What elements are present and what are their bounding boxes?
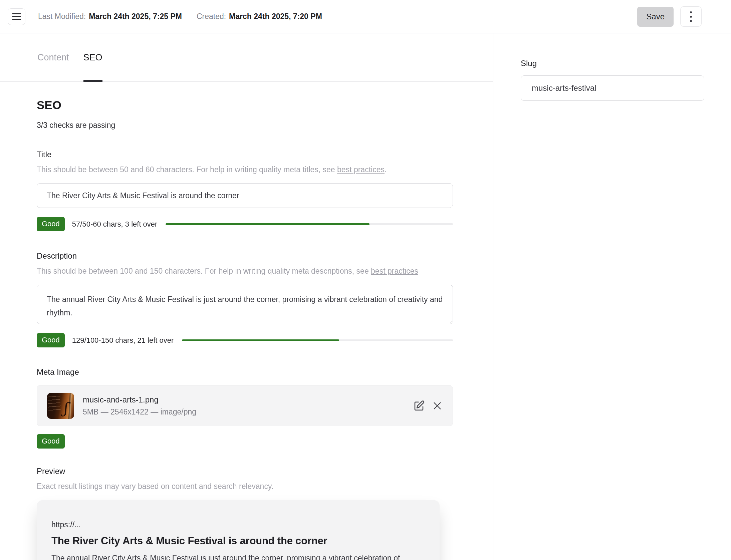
page-title: SEO	[37, 98, 453, 112]
description-field-help: This should be between 100 and 150 chara…	[37, 264, 453, 278]
more-options-button[interactable]	[680, 6, 702, 27]
violin-fhole: ʃ	[63, 399, 67, 416]
meta-image-label: Meta Image	[37, 367, 453, 377]
slug-label: Slug	[521, 59, 704, 68]
slug-input[interactable]	[521, 75, 704, 101]
remove-image-button[interactable]	[432, 400, 443, 411]
meta-image-check-row: Good	[37, 434, 453, 449]
description-char-counter: 129/100-150 chars, 21 left over	[72, 336, 174, 345]
tab-seo-label: SEO	[83, 52, 102, 63]
seo-section: SEO 3/3 checks are passing Title This sh…	[0, 82, 493, 560]
main-panel: Content SEO SEO 3/3 checks are passing T…	[0, 33, 493, 560]
edit-icon	[413, 400, 425, 412]
created-value: March 24th 2025, 7:20 PM	[229, 12, 322, 21]
preview-label: Preview	[37, 467, 453, 476]
description-check-row: Good 129/100-150 chars, 21 left over	[37, 333, 453, 347]
kebab-icon	[690, 11, 692, 22]
title-char-counter: 57/50-60 chars, 3 left over	[72, 220, 158, 229]
title-status-badge: Good	[37, 217, 65, 231]
last-modified-value: March 24th 2025, 7:25 PM	[89, 12, 182, 21]
meta-title-input[interactable]	[37, 183, 453, 208]
save-button[interactable]: Save	[637, 7, 674, 27]
description-help-text: This should be between 100 and 150 chara…	[37, 267, 369, 275]
title-check-row: Good 57/50-60 chars, 3 left over	[37, 217, 453, 231]
description-field-label: Description	[37, 251, 453, 261]
document-dates: Last Modified: March 24th 2025, 7:25 PM …	[38, 12, 322, 21]
checks-status: 3/3 checks are passing	[37, 121, 453, 130]
meta-image-status-badge: Good	[37, 434, 65, 449]
preview-title: The River City Arts & Music Festival is …	[51, 535, 425, 547]
tab-seo[interactable]: SEO	[83, 33, 102, 81]
page: Last Modified: March 24th 2025, 7:25 PM …	[0, 0, 731, 560]
title-progress-bar	[166, 223, 453, 225]
created: Created: March 24th 2025, 7:20 PM	[197, 12, 322, 21]
meta-image-thumbnail: ʃ	[47, 393, 74, 419]
top-bar: Last Modified: March 24th 2025, 7:25 PM …	[0, 0, 731, 33]
created-label: Created:	[197, 12, 226, 21]
last-modified-label: Last Modified:	[38, 12, 86, 21]
active-tab-underline	[83, 80, 102, 82]
title-best-practices-link[interactable]: best practices	[337, 165, 385, 174]
meta-description-textarea[interactable]: The annual River City Arts & Music Festi…	[37, 285, 453, 324]
file-details: music-and-arts-1.png 5MB — 2546x1422 — i…	[83, 395, 196, 416]
title-field-label: Title	[37, 150, 453, 159]
description-status-badge: Good	[37, 333, 65, 347]
title-help-suffix: .	[385, 165, 387, 174]
file-name: music-and-arts-1.png	[83, 395, 196, 404]
description-best-practices-link[interactable]: best practices	[371, 267, 418, 275]
meta-image-card: ʃ music-and-arts-1.png 5MB — 2546x1422 —…	[37, 385, 453, 426]
preview-description: The annual River City Arts & Music Festi…	[51, 551, 415, 560]
file-info: 5MB — 2546x1422 — image/png	[83, 407, 196, 416]
preview-url: https://...	[51, 520, 425, 529]
description-progress-fill	[182, 339, 339, 341]
meta-image-actions	[413, 400, 443, 412]
title-field-help: This should be between 50 and 60 charact…	[37, 163, 453, 176]
edit-image-button[interactable]	[413, 400, 425, 412]
search-result-preview-card: https://... The River City Arts & Music …	[37, 500, 440, 560]
hamburger-menu-button[interactable]	[8, 8, 25, 25]
tab-content-label: Content	[37, 52, 69, 63]
tab-bar: Content SEO	[0, 33, 493, 82]
preview-help: Exact result listings may vary based on …	[37, 480, 453, 493]
violin-string-highlight	[68, 393, 71, 419]
tab-content[interactable]: Content	[37, 33, 69, 81]
title-help-text: This should be between 50 and 60 charact…	[37, 165, 335, 174]
sidebar: Slug	[493, 33, 731, 560]
sheet-music-texture	[47, 396, 61, 413]
last-modified: Last Modified: March 24th 2025, 7:25 PM	[38, 12, 182, 21]
close-icon	[432, 400, 443, 411]
description-progress-bar	[182, 339, 453, 341]
hamburger-icon	[12, 13, 21, 20]
title-progress-fill	[166, 223, 370, 225]
